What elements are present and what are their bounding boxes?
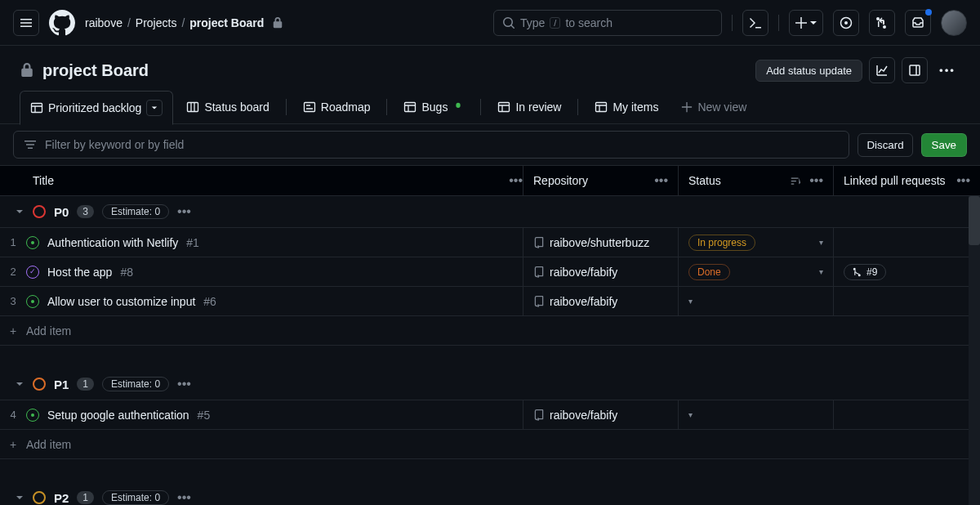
discard-button[interactable]: Discard bbox=[858, 133, 912, 157]
issue-state-icon bbox=[26, 295, 39, 308]
group-estimate: Estimate: 0 bbox=[102, 377, 169, 391]
group-menu[interactable]: ••• bbox=[177, 204, 191, 219]
table-row[interactable]: 4Setup google authentication #5raibove/f… bbox=[0, 400, 980, 430]
status-cell[interactable]: ▾ bbox=[678, 400, 833, 429]
tab-in-review[interactable]: In review bbox=[488, 90, 571, 124]
column-status: Status bbox=[688, 174, 721, 187]
insights-button[interactable] bbox=[869, 57, 895, 83]
global-header: raibove / Projects / project Board Type … bbox=[0, 0, 980, 46]
issue-title[interactable]: Allow user to customize input bbox=[47, 295, 195, 308]
caret-down-icon bbox=[151, 105, 158, 111]
repo-icon bbox=[533, 409, 545, 421]
table-body: P03Estimate: 0•••1Authentication with Ne… bbox=[0, 196, 980, 505]
create-new-button[interactable] bbox=[789, 10, 823, 36]
status-pill[interactable]: Done bbox=[688, 264, 730, 280]
issue-number: #5 bbox=[198, 409, 211, 422]
issues-button[interactable] bbox=[833, 10, 859, 36]
status-cell[interactable]: In progress▾ bbox=[678, 228, 833, 257]
svg-rect-8 bbox=[596, 102, 607, 111]
project-menu-button[interactable]: ••• bbox=[934, 57, 960, 83]
svg-rect-2 bbox=[910, 65, 920, 75]
caret-down-icon: ▾ bbox=[819, 238, 823, 247]
repo-cell[interactable]: raibove/fabify bbox=[523, 287, 678, 315]
filter-input[interactable]: Filter by keyword or by field bbox=[13, 131, 849, 159]
tab-options[interactable] bbox=[146, 100, 163, 116]
breadcrumb-project: project Board bbox=[189, 16, 264, 29]
linked-pr-pill[interactable]: #9 bbox=[844, 264, 886, 280]
column-menu[interactable]: ••• bbox=[809, 173, 823, 188]
tab-bugs[interactable]: Bugs bbox=[394, 90, 474, 124]
save-button[interactable]: Save bbox=[921, 133, 967, 157]
breadcrumb-section[interactable]: Projects bbox=[136, 16, 177, 29]
bug-indicator-icon bbox=[452, 101, 464, 113]
column-menu[interactable]: ••• bbox=[654, 173, 668, 188]
table-icon bbox=[30, 101, 43, 114]
tab-prioritized-backlog[interactable]: Prioritized backlog bbox=[20, 91, 173, 125]
svg-rect-4 bbox=[188, 102, 198, 111]
repo-cell[interactable]: raibove/fabify bbox=[523, 257, 678, 286]
pr-cell[interactable] bbox=[833, 228, 980, 257]
global-search[interactable]: Type / to search bbox=[493, 10, 722, 36]
repo-cell[interactable]: raibove/fabify bbox=[523, 400, 678, 429]
tab-status-board[interactable]: Status board bbox=[176, 90, 278, 124]
repo-icon bbox=[533, 266, 545, 278]
pull-requests-button[interactable] bbox=[869, 10, 895, 36]
table-row[interactable]: 1Authentication with Netlify #1raibove/s… bbox=[0, 228, 980, 257]
details-panel-button[interactable] bbox=[902, 57, 928, 83]
group-estimate: Estimate: 0 bbox=[102, 204, 169, 219]
add-item-row[interactable]: +Add item bbox=[0, 316, 980, 346]
board-icon bbox=[186, 101, 199, 114]
views-tabs: Prioritized backlog Status board Roadmap… bbox=[0, 90, 980, 124]
add-item-row[interactable]: +Add item bbox=[0, 430, 980, 459]
tab-my-items[interactable]: My items bbox=[585, 90, 668, 124]
collapse-toggle[interactable] bbox=[15, 493, 24, 503]
search-placeholder-pre: Type bbox=[520, 16, 545, 29]
pr-cell[interactable] bbox=[833, 287, 980, 315]
group-name: P1 bbox=[54, 378, 69, 391]
lock-icon bbox=[20, 63, 34, 78]
issue-state-icon bbox=[26, 409, 39, 422]
group-menu[interactable]: ••• bbox=[177, 377, 191, 391]
svg-rect-6 bbox=[405, 102, 416, 111]
pr-cell[interactable] bbox=[833, 400, 980, 429]
add-item-label: Add item bbox=[26, 438, 71, 451]
issue-title[interactable]: Setup google authentication bbox=[47, 409, 189, 422]
status-pill[interactable]: In progress bbox=[688, 235, 755, 251]
notifications-button[interactable] bbox=[905, 10, 931, 36]
vertical-scrollbar[interactable] bbox=[969, 196, 980, 505]
column-menu[interactable]: ••• bbox=[509, 173, 523, 188]
column-menu[interactable]: ••• bbox=[956, 173, 970, 188]
breadcrumb-owner[interactable]: raibove bbox=[85, 16, 122, 29]
command-palette-button[interactable] bbox=[742, 10, 768, 36]
group-menu[interactable]: ••• bbox=[177, 490, 191, 505]
tab-label: Bugs bbox=[421, 101, 448, 114]
svg-rect-7 bbox=[499, 102, 510, 111]
github-logo[interactable] bbox=[49, 10, 75, 36]
status-cell[interactable]: Done▾ bbox=[678, 257, 833, 286]
pr-cell[interactable]: #9 bbox=[833, 257, 980, 286]
group-header: P03Estimate: 0••• bbox=[0, 196, 980, 228]
table-row[interactable]: 3Allow user to customize input #6raibove… bbox=[0, 287, 980, 316]
row-number: 4 bbox=[0, 409, 26, 421]
column-repository: Repository bbox=[533, 174, 588, 187]
table-row[interactable]: 2Host the app #8raibove/fabifyDone▾#9 bbox=[0, 257, 980, 287]
collapse-toggle[interactable] bbox=[15, 379, 24, 389]
tab-roadmap[interactable]: Roadmap bbox=[293, 90, 381, 124]
sidebar-icon bbox=[908, 64, 921, 77]
hamburger-menu[interactable] bbox=[13, 10, 39, 36]
search-shortcut: / bbox=[550, 17, 560, 29]
group-name: P2 bbox=[54, 491, 69, 505]
plus-icon bbox=[681, 101, 693, 113]
add-item-label: Add item bbox=[26, 324, 71, 337]
status-cell[interactable]: ▾ bbox=[678, 287, 833, 315]
issue-opened-icon bbox=[840, 16, 853, 29]
user-avatar[interactable] bbox=[941, 10, 967, 36]
collapse-toggle[interactable] bbox=[15, 207, 24, 217]
issue-title[interactable]: Host the app bbox=[47, 266, 112, 279]
new-view-button[interactable]: New view bbox=[671, 90, 756, 124]
repo-cell[interactable]: raibove/shutterbuzz bbox=[523, 228, 678, 257]
group-count: 1 bbox=[77, 378, 94, 391]
sort-icon[interactable] bbox=[790, 175, 801, 186]
issue-title[interactable]: Authentication with Netlify bbox=[47, 236, 178, 249]
add-status-update-button[interactable]: Add status update bbox=[755, 60, 862, 82]
